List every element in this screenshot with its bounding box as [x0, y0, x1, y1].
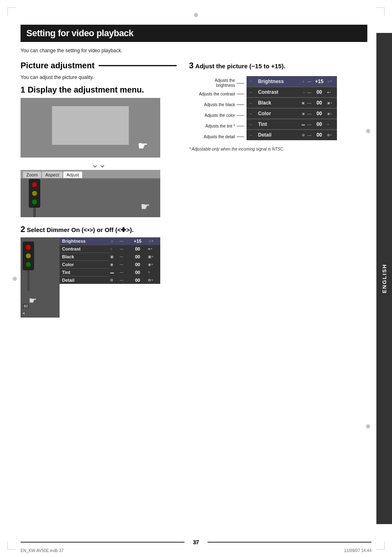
row-brightness-plus: ☼+: [147, 237, 160, 245]
step2-number-badge: 62: [23, 304, 29, 309]
row-detail-value: 00: [128, 276, 148, 284]
ann-detail-text: Adjusts the detail: [204, 135, 235, 139]
ann-brightness-line: [237, 83, 244, 84]
ann-tint-line: [237, 126, 244, 126]
row-brightness-value: +15: [128, 237, 148, 245]
big-color-dash: —: [307, 111, 311, 116]
step2-tl-green: [26, 262, 31, 267]
intro-text: You can change the setting for video pla…: [21, 48, 367, 53]
big-row-contrast: ↔ Contrast ○ — 00 ●+: [247, 87, 337, 97]
step3-number: 3: [189, 61, 194, 70]
adj-annotations: Adjusts thebrightness Adjusts the contra…: [189, 76, 247, 142]
big-brightness-plus: ☼+: [327, 79, 334, 83]
footnote: * Adjustable only when the incoming sign…: [189, 147, 367, 151]
ann-color-line: [237, 115, 244, 116]
row-color-icon: ◉: [109, 261, 119, 269]
row-black-value: 00: [128, 253, 148, 261]
page-title: Setting for video playback: [26, 28, 362, 39]
right-column: 3Adjust the picture (−15 to +15). Adjust…: [189, 61, 367, 318]
row-brightness-name: Brightness: [60, 237, 109, 245]
bottom-info: EN_KW-AV50E.indb 37 11/09/07 14:44: [21, 548, 371, 553]
crosshair-top: ⊕: [194, 12, 198, 18]
table-row-detail: Detail ✿ — 00 ✿+: [60, 276, 160, 284]
row-color-plus: ◉+: [147, 261, 160, 269]
ann-tint: Adjusts the tint *: [189, 121, 244, 131]
step2-tl-red: [26, 245, 31, 250]
big-color-name: Color: [258, 111, 300, 116]
big-contrast-slider: ○: [303, 91, 305, 94]
step2-traffic-area: 62 ◂ ☛: [21, 237, 60, 318]
step2-adj-table-container: Brightness ☼ — +15 ☼+ Contrast ○ — 00: [60, 237, 160, 318]
corner-mark-tl: [7, 7, 16, 16]
ann-contrast-line: [237, 94, 244, 94]
big-brightness-dash: —: [307, 79, 311, 84]
row-tint-plus: +: [147, 269, 160, 276]
arrow-indicator: ⌄⌄: [21, 160, 177, 169]
row-contrast-icon: ○: [109, 245, 119, 253]
row-black-name: Black: [60, 253, 109, 261]
ann-brightness-text: Adjusts thebrightness: [215, 78, 235, 88]
big-tint-name: Tint: [258, 121, 300, 127]
screen1-center-box: [52, 106, 129, 145]
menu-tab-adjust[interactable]: Adjust: [63, 172, 83, 178]
big-brightness-icon: ↔: [249, 79, 256, 83]
big-detail-dash: —: [307, 133, 311, 137]
row-contrast-name: Contrast: [60, 245, 109, 253]
step1-label: 1Display the adjustment menu.: [21, 85, 177, 95]
big-contrast-name: Contrast: [258, 89, 301, 95]
step2-screen: 62 ◂ ☛ Brightness ☼ — +15: [21, 237, 160, 318]
row-detail-name: Detail: [60, 276, 109, 284]
title-bar: Setting for video playback: [21, 25, 367, 42]
page-footer: 37: [0, 539, 392, 545]
big-tint-slider: ▬: [302, 123, 305, 126]
step2-number: 2: [21, 225, 25, 234]
ann-contrast-text: Adjusts the contrast: [199, 92, 235, 96]
big-black-dash: —: [307, 101, 311, 105]
tl-green: [32, 200, 37, 204]
big-row-detail: ↔ Detail ✿ — 00 ✿+: [247, 130, 337, 140]
ann-color: Adjusts the color: [189, 110, 244, 121]
big-black-name: Black: [258, 100, 300, 106]
two-column-layout: Picture adjustment You can adjust the pi…: [21, 61, 367, 318]
row-color-value: 00: [128, 261, 148, 269]
step3-adj-container: Adjusts thebrightness Adjusts the contra…: [189, 76, 367, 142]
row-tint-dash: —: [119, 269, 128, 276]
traffic-housing: [29, 179, 40, 208]
step2-tl-housing: [23, 241, 34, 270]
menu-tab-aspect[interactable]: Aspect: [42, 172, 62, 178]
ann-black-line: [237, 104, 244, 105]
row-tint-icon: ▬: [109, 269, 119, 276]
big-brightness-value: +15: [313, 79, 325, 84]
big-color-slider: ◉: [302, 112, 305, 116]
step2-tl-yellow: [26, 253, 31, 258]
step3-text: Adjust the picture (−15 to +15).: [195, 63, 285, 70]
step2-tl-pole: [27, 270, 30, 291]
menu-tab-zoom[interactable]: Zoom: [23, 172, 41, 178]
step1-menu-screen: Zoom Aspect Adjust ☛: [21, 170, 160, 217]
row-black-dash: —: [119, 253, 128, 261]
big-row-brightness: ↔ Brightness ☼ — +15 ☼+: [247, 76, 337, 87]
step2-text: Select Dimmer On (<▪>) or Off (<✤>).: [27, 226, 134, 233]
step2-hand-icon: ☛: [29, 295, 37, 306]
step1-text: Display the adjustment menu.: [28, 85, 144, 94]
big-brightness-slider: ☼: [302, 79, 305, 83]
big-row-color: ↔ Color ◉ — 00 ◉+: [247, 108, 337, 119]
table-row-tint: Tint ▬ — 00 +: [60, 269, 160, 276]
ann-black: Adjusts the black: [189, 99, 244, 110]
row-detail-dash: —: [119, 276, 128, 284]
hand-cursor-icon: ☛: [138, 139, 148, 153]
big-contrast-icon: ↔: [249, 91, 256, 94]
row-tint-name: Tint: [60, 269, 109, 276]
big-brightness-name: Brightness: [258, 79, 300, 84]
step2-traffic-light: [23, 241, 34, 291]
row-contrast-dash: —: [119, 245, 128, 253]
main-content: Setting for video playback You can chang…: [21, 25, 367, 532]
row-detail-plus: ✿+: [147, 276, 160, 284]
file-info: EN_KW-AV50E.indb 37: [21, 548, 64, 553]
ann-brightness: Adjusts thebrightness: [189, 78, 244, 88]
traffic-screen-menu: ☛: [21, 179, 160, 217]
step2-label: 2Select Dimmer On (<▪>) or Off (<✤>).: [21, 225, 177, 234]
page-number: 37: [184, 539, 208, 545]
step2-adj-table: Brightness ☼ — +15 ☼+ Contrast ○ — 00: [60, 237, 160, 284]
section-heading: Picture adjustment: [21, 61, 177, 70]
